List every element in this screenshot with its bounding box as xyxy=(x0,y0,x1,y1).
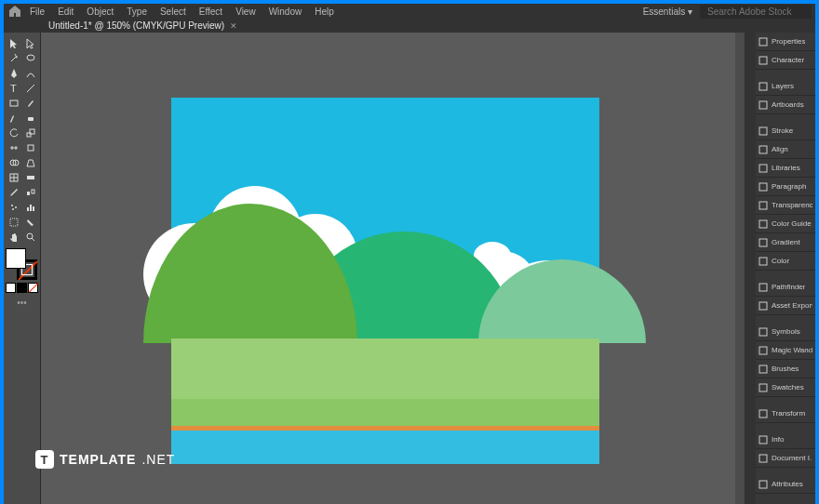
panel-transparency[interactable]: Transparency xyxy=(756,196,815,215)
pf-icon xyxy=(759,283,768,292)
grad-icon xyxy=(759,238,768,247)
panel-stroke[interactable]: Stroke xyxy=(756,122,815,140)
scrollbar-vertical[interactable] xyxy=(735,33,745,504)
svg-rect-44 xyxy=(759,481,767,488)
pen-tool[interactable] xyxy=(6,66,21,80)
svg-rect-13 xyxy=(32,190,34,193)
illustrator-app: File Edit Object Type Select Effect View… xyxy=(4,4,815,500)
gradient-tool[interactable] xyxy=(22,170,38,184)
column-graph-tool[interactable] xyxy=(22,200,38,214)
svg-rect-28 xyxy=(759,146,767,153)
panel-info[interactable]: Info xyxy=(756,431,815,449)
menu-edit[interactable]: Edit xyxy=(52,5,79,19)
panel-asset-export[interactable]: Asset Export xyxy=(756,297,815,315)
workspace-switcher[interactable]: Essentials ▾ xyxy=(643,7,692,17)
paintbrush-tool[interactable] xyxy=(22,96,38,110)
menu-object[interactable]: Object xyxy=(81,5,119,19)
shaper-tool[interactable] xyxy=(6,111,21,125)
panel-magic-wand[interactable]: Magic Wand xyxy=(756,341,815,360)
artboard-tool[interactable] xyxy=(6,215,21,229)
panel-transform[interactable]: Transform xyxy=(756,405,815,423)
width-tool[interactable] xyxy=(6,140,21,154)
svg-text:T: T xyxy=(10,83,17,94)
color-icon xyxy=(759,257,768,266)
cguide-icon xyxy=(759,219,768,229)
fill-swatch[interactable] xyxy=(6,248,26,269)
svg-rect-4 xyxy=(28,117,34,121)
shape-builder-tool[interactable] xyxy=(6,155,21,169)
zoom-tool[interactable] xyxy=(22,230,38,244)
slice-tool[interactable] xyxy=(22,215,38,229)
none-mode-icon[interactable] xyxy=(28,283,38,293)
panel-attributes[interactable]: Attributes xyxy=(756,475,815,494)
panel-swatches[interactable]: Swatches xyxy=(756,378,815,397)
sym-icon xyxy=(759,327,768,337)
dl-icon xyxy=(759,454,768,463)
fill-stroke-indicator[interactable] xyxy=(6,248,37,280)
workspace-area: T ••• xyxy=(4,33,815,504)
watermark: T TEMPLATE.NET xyxy=(35,450,175,469)
grass-back xyxy=(171,338,599,408)
symbol-sprayer-tool[interactable] xyxy=(6,200,21,214)
free-transform-tool[interactable] xyxy=(22,140,38,154)
home-icon[interactable] xyxy=(7,4,22,19)
panel-document-i-[interactable]: Document I... xyxy=(756,449,815,468)
magic-wand-tool[interactable] xyxy=(6,51,21,65)
gradient-mode-icon[interactable] xyxy=(17,283,27,293)
rotate-tool[interactable] xyxy=(6,126,21,139)
svg-rect-24 xyxy=(759,57,767,64)
panel-color-guide[interactable]: Color Guide xyxy=(756,215,815,233)
panel-pathfinder[interactable]: Pathfinder xyxy=(756,278,815,297)
artboard[interactable] xyxy=(171,98,599,464)
eyedropper-tool[interactable] xyxy=(6,185,21,199)
panel-artboards[interactable]: Artboards xyxy=(756,96,815,114)
panel-properties[interactable]: Properties xyxy=(756,33,815,51)
svg-rect-30 xyxy=(759,183,767,191)
svg-rect-34 xyxy=(759,258,767,265)
menu-view[interactable]: View xyxy=(230,5,262,19)
panel-gradient[interactable]: Gradient xyxy=(756,233,815,252)
panel-symbols[interactable]: Symbols xyxy=(756,323,815,341)
color-mode-icon[interactable] xyxy=(6,283,16,293)
menu-file[interactable]: File xyxy=(24,5,50,19)
lasso-tool[interactable] xyxy=(22,51,38,65)
panel-paragraph[interactable]: Paragraph xyxy=(756,178,815,196)
panel-brushes[interactable]: Brushes xyxy=(756,360,815,378)
panel-character[interactable]: Character xyxy=(756,51,815,70)
panel-align[interactable]: Align xyxy=(756,140,815,159)
svg-point-15 xyxy=(15,206,17,208)
rectangle-tool[interactable] xyxy=(6,96,21,110)
type-tool[interactable]: T xyxy=(6,81,21,95)
curvature-tool[interactable] xyxy=(22,66,38,80)
panel-dock-strip[interactable] xyxy=(745,33,756,504)
props-icon xyxy=(759,37,768,46)
canvas-area[interactable] xyxy=(41,33,745,504)
menu-select[interactable]: Select xyxy=(154,5,192,19)
line-tool[interactable] xyxy=(22,81,38,95)
menu-help[interactable]: Help xyxy=(309,5,340,19)
menu-effect[interactable]: Effect xyxy=(194,5,228,19)
svg-rect-23 xyxy=(759,38,767,46)
selection-tool[interactable] xyxy=(6,36,21,50)
menu-window[interactable]: Window xyxy=(263,5,308,19)
perspective-tool[interactable] xyxy=(22,155,38,169)
watermark-text: TEMPLATE xyxy=(60,452,136,467)
direct-selection-tool[interactable] xyxy=(22,36,38,50)
scale-tool[interactable] xyxy=(22,126,38,139)
close-icon[interactable]: ✕ xyxy=(230,21,237,31)
mesh-tool[interactable] xyxy=(6,170,21,184)
panel-libraries[interactable]: Libraries xyxy=(756,159,815,178)
blend-tool[interactable] xyxy=(22,185,38,199)
edit-toolbar-icon[interactable]: ••• xyxy=(6,298,38,308)
svg-rect-33 xyxy=(759,239,767,246)
panel-layers[interactable]: Layers xyxy=(756,77,815,96)
svg-rect-40 xyxy=(759,384,767,391)
svg-rect-26 xyxy=(759,101,767,109)
panel-color[interactable]: Color xyxy=(756,252,815,271)
eraser-tool[interactable] xyxy=(22,111,38,125)
br-icon xyxy=(759,365,768,374)
search-input[interactable] xyxy=(700,5,812,19)
hand-tool[interactable] xyxy=(6,230,21,244)
document-tab[interactable]: Untitled-1* @ 150% (CMYK/GPU Preview) ✕ xyxy=(41,19,245,33)
menu-type[interactable]: Type xyxy=(121,5,153,19)
